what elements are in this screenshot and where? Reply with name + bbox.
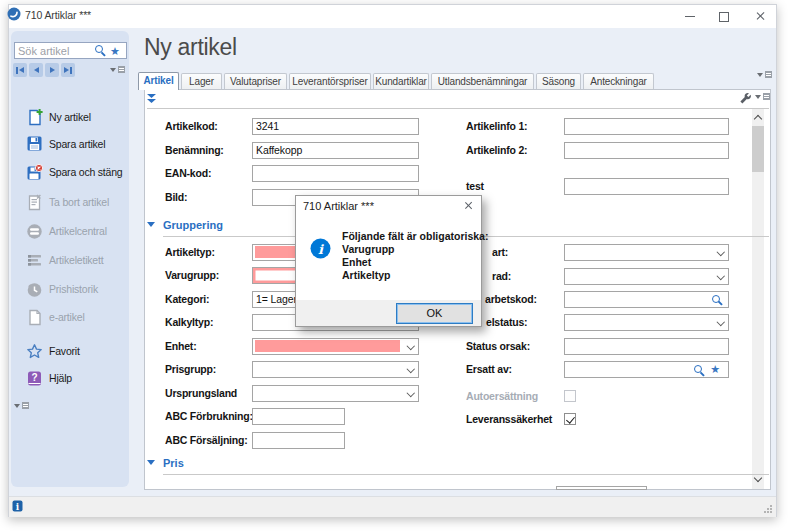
sidebar-item-spara-artikel[interactable]: Spara artikel: [11, 133, 129, 155]
sidebar-item-label: Hjälp: [49, 372, 72, 384]
check-icon: [566, 414, 575, 423]
pris-divider: [163, 474, 769, 475]
previous-record-icon: [34, 67, 39, 73]
resize-grip[interactable]: [764, 505, 772, 513]
status-info-icon[interactable]: i: [12, 500, 24, 512]
sidebar-item-label: Spara och stäng: [49, 166, 122, 178]
sidebar-item-artikeletikett[interactable]: Artikeletikett: [11, 249, 129, 271]
field-ersatt-av[interactable]: ★: [564, 361, 729, 378]
field-rad[interactable]: [564, 268, 729, 285]
first-record-icon: [19, 67, 24, 73]
field-ben-mning[interactable]: Kaffekopp: [252, 142, 419, 159]
sidebar-item-ta-bort-artikel[interactable]: Ta bort artikel: [11, 191, 129, 213]
partial-field-fragment: [556, 486, 647, 490]
field-artikelkod[interactable]: 3241: [252, 118, 419, 135]
section-pris: Pris: [163, 457, 184, 469]
dialog-ok-button[interactable]: OK: [396, 303, 473, 324]
field-art[interactable]: [564, 244, 729, 261]
field-label-kategori: Kategori:: [165, 291, 209, 308]
tab-valutapriser[interactable]: Valutapriser: [224, 73, 287, 89]
chevron-down-icon: [406, 365, 414, 373]
tab-leverant-rspriser[interactable]: Leverantörspriser: [289, 73, 371, 89]
last-record-icon: [70, 67, 72, 74]
combo-button[interactable]: [402, 340, 417, 353]
pris-collapse-icon[interactable]: [147, 460, 155, 465]
favorite-icon[interactable]: ★: [710, 364, 720, 375]
field-label-artikelinfo-1: Artikelinfo 1:: [466, 118, 527, 135]
tab-s-song[interactable]: Säsong: [536, 73, 581, 89]
field-elstatus[interactable]: [564, 314, 729, 331]
chevron-down-icon: [716, 317, 724, 325]
search-icon[interactable]: [712, 295, 720, 303]
checkbox-leveranss-kerhet[interactable]: [564, 413, 576, 425]
tabbar-menu-icon[interactable]: [757, 70, 773, 79]
field-ursprungsland[interactable]: [252, 385, 419, 402]
sidebar-item-spara-och-st-ng[interactable]: Spara och stäng: [11, 161, 129, 183]
field-artikelinfo-1[interactable]: [564, 118, 729, 135]
field-artikelinfo-2[interactable]: [564, 142, 729, 159]
field-label-art: art:: [492, 244, 508, 261]
field-label-varugrupp: Varugrupp:: [165, 267, 219, 284]
last-record-icon: [64, 67, 69, 73]
field-enhet[interactable]: [252, 338, 419, 355]
sidebar-item-favorit[interactable]: Favorit: [11, 340, 129, 362]
tab-artikel[interactable]: Artikel: [138, 72, 179, 90]
sidebar-menu-icon[interactable]: [14, 401, 30, 410]
minimize-button[interactable]: [685, 16, 695, 17]
help-book-icon: ?: [26, 370, 43, 387]
field-prisgrupp[interactable]: [252, 361, 419, 378]
first-record-button[interactable]: [13, 63, 27, 77]
collapse-all-icon[interactable]: [147, 94, 157, 104]
title-bar: [9, 5, 776, 28]
field-arbetskod[interactable]: [564, 291, 729, 308]
sidebar-item-label: Artikelcentral: [49, 225, 107, 237]
wrench-icon[interactable]: [738, 91, 751, 104]
search-icon[interactable]: [95, 45, 103, 53]
field-abc-f-rs-ljning[interactable]: [252, 432, 345, 449]
maximize-button[interactable]: [719, 12, 729, 22]
search-favorite-icon[interactable]: ★: [110, 46, 120, 57]
field-label-abc-f-rs-ljning: ABC Försäljning:: [165, 432, 248, 449]
search-icon[interactable]: [694, 365, 702, 373]
chevron-down-icon: [716, 271, 724, 279]
field-status-orsak[interactable]: [564, 338, 729, 355]
tab-anteckningar[interactable]: Anteckningar: [583, 73, 654, 89]
dialog-message: Följande fält är obligatoriska: Varugrup…: [342, 230, 488, 282]
favorite-star-icon: [26, 343, 43, 360]
sidebar-item-e-artikel[interactable]: e-artikel: [11, 306, 129, 328]
field-ean-kod[interactable]: [252, 165, 419, 182]
window-title: 710 Artiklar ***: [25, 9, 91, 21]
tab-lager[interactable]: Lager: [181, 73, 222, 89]
sidebar-item-artikelcentral[interactable]: Artikelcentral: [11, 220, 129, 242]
article-central-icon: [26, 223, 43, 240]
previous-record-button[interactable]: [29, 63, 43, 77]
field-label-arbetskod: arbetskod:: [485, 291, 537, 308]
scrollbar-thumb[interactable]: [752, 126, 764, 172]
gruppering-collapse-icon[interactable]: [147, 222, 155, 227]
chevron-down-icon: [406, 388, 414, 396]
chevron-down-icon: [716, 247, 724, 255]
tab-utlandsben-mningar[interactable]: Utlandsbenämningar: [431, 73, 534, 89]
close-button[interactable]: [755, 11, 765, 21]
field-abc-f-rbrukning[interactable]: [252, 408, 345, 425]
field-test[interactable]: [564, 178, 729, 195]
next-record-button[interactable]: [45, 63, 59, 77]
sidebar-item-hj-lp[interactable]: ?Hjälp: [11, 367, 129, 389]
sidebar-item-label: Ta bort artikel: [49, 196, 109, 208]
field-label-rad: rad:: [492, 268, 511, 285]
save-close-icon: [26, 164, 43, 181]
svg-text:i: i: [16, 502, 20, 512]
last-record-button[interactable]: [61, 63, 75, 77]
field-label-artikelinfo-2: Artikelinfo 2:: [466, 142, 527, 159]
form-menu-icon[interactable]: [755, 92, 771, 101]
sidebar-item-label: Favorit: [49, 345, 80, 357]
sidebar-item-ny-artikel[interactable]: Ny artikel: [11, 106, 129, 128]
nav-menu-icon[interactable]: [110, 65, 126, 74]
checkbox-autoers-ttning[interactable]: [564, 390, 576, 402]
dialog-close-icon[interactable]: [463, 201, 472, 210]
info-icon: i: [310, 238, 331, 259]
field-label-autoers-ttning: Autoersättning: [466, 388, 538, 405]
delete-article-icon: [26, 194, 43, 211]
tab-kundartiklar[interactable]: Kundartiklar: [373, 73, 429, 89]
sidebar-item-prishistorik[interactable]: Prishistorik: [11, 278, 129, 300]
